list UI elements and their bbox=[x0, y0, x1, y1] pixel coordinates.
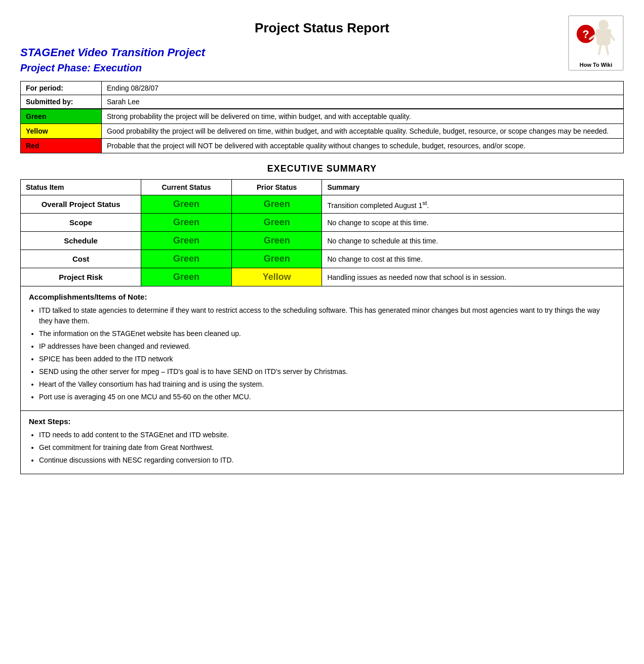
status-item-label: Scope bbox=[21, 214, 141, 232]
legend-green-row: Green Strong probability the project wil… bbox=[21, 109, 624, 124]
period-value: Ending 08/28/07 bbox=[102, 81, 624, 95]
legend-yellow-label: Yellow bbox=[21, 124, 102, 139]
summary-cell: No change to schedule at this time. bbox=[322, 232, 624, 250]
status-row: Overall Project StatusGreenGreenTransiti… bbox=[21, 195, 624, 214]
status-item-label: Project Risk bbox=[21, 268, 141, 286]
next-steps-title: Next Steps: bbox=[29, 417, 615, 426]
col-current-status: Current Status bbox=[141, 180, 232, 195]
list-item: Continue discussions with NESC regarding… bbox=[39, 455, 615, 466]
executive-summary-title: EXECUTIVE SUMMARY bbox=[20, 163, 624, 174]
project-phase: Project Phase: Execution bbox=[20, 62, 624, 74]
legend-green-desc: Strong probability the project will be d… bbox=[102, 109, 624, 124]
how-to-figure: ? bbox=[576, 19, 616, 62]
period-row: For period: Ending 08/28/07 bbox=[21, 81, 624, 95]
legend-yellow-desc: Good probability the project will be del… bbox=[102, 124, 624, 139]
accomplishments-list: ITD talked to state agencies to determin… bbox=[39, 305, 615, 402]
col-prior-status: Prior Status bbox=[231, 180, 322, 195]
legend-red-row: Red Probable that the project will NOT b… bbox=[21, 139, 624, 153]
current-status-cell: Green bbox=[141, 214, 232, 232]
svg-text:?: ? bbox=[582, 28, 589, 40]
prior-status-cell: Green bbox=[231, 214, 322, 232]
legend-green-label: Green bbox=[21, 109, 102, 124]
project-title: STAGEnet Video Transition Project bbox=[20, 46, 624, 59]
how-to-label: How To Wiki bbox=[580, 62, 612, 68]
legend-table: Green Strong probability the project wil… bbox=[20, 109, 624, 153]
status-item-label: Cost bbox=[21, 250, 141, 268]
current-status-cell: Green bbox=[141, 250, 232, 268]
svg-line-5 bbox=[599, 44, 601, 54]
summary-cell: No change to scope at this time. bbox=[322, 214, 624, 232]
summary-cell: Handling issues as needed now that schoo… bbox=[322, 268, 624, 286]
legend-red-desc: Probable that the project will NOT be de… bbox=[102, 139, 624, 153]
submitted-row: Submitted by: Sarah Lee bbox=[21, 95, 624, 109]
submitted-value: Sarah Lee bbox=[102, 95, 624, 109]
legend-yellow-row: Yellow Good probability the project will… bbox=[21, 124, 624, 139]
list-item: The information on the STAGEnet website … bbox=[39, 328, 615, 339]
how-to-logo: ? How To Wiki bbox=[568, 15, 624, 71]
svg-point-0 bbox=[598, 20, 609, 30]
list-item: Port use is averaging 45 on one MCU and … bbox=[39, 392, 615, 402]
status-item-label: Overall Project Status bbox=[21, 195, 141, 214]
legend-red-label: Red bbox=[21, 139, 102, 153]
summary-cell: No change to cost at this time. bbox=[322, 250, 624, 268]
prior-status-cell: Green bbox=[231, 250, 322, 268]
next-steps-section: Next Steps: ITD needs to add content to … bbox=[20, 411, 624, 474]
status-row: CostGreenGreenNo change to cost at this … bbox=[21, 250, 624, 268]
list-item: SPICE has been added to the ITD network bbox=[39, 354, 615, 364]
submitted-label: Submitted by: bbox=[21, 95, 102, 109]
current-status-cell: Green bbox=[141, 268, 232, 286]
svg-line-6 bbox=[606, 44, 608, 54]
prior-status-cell: Green bbox=[231, 195, 322, 214]
list-item: Get commitment for training date from Gr… bbox=[39, 442, 615, 453]
status-item-label: Schedule bbox=[21, 232, 141, 250]
prior-status-cell: Green bbox=[231, 232, 322, 250]
accomplishments-section: Accomplishments/Items of Note: ITD talke… bbox=[20, 286, 624, 411]
current-status-cell: Green bbox=[141, 232, 232, 250]
accomplishments-title: Accomplishments/Items of Note: bbox=[29, 293, 615, 301]
svg-line-4 bbox=[610, 34, 614, 40]
status-table: Status Item Current Status Prior Status … bbox=[20, 179, 624, 286]
list-item: ITD needs to add content to the STAGEnet… bbox=[39, 430, 615, 440]
list-item: SEND using the other server for mpeg – I… bbox=[39, 366, 615, 377]
col-status-item: Status Item bbox=[21, 180, 141, 195]
current-status-cell: Green bbox=[141, 195, 232, 214]
status-header-row: Status Item Current Status Prior Status … bbox=[21, 180, 624, 195]
status-row: ScopeGreenGreenNo change to scope at thi… bbox=[21, 214, 624, 232]
status-row: ScheduleGreenGreenNo change to schedule … bbox=[21, 232, 624, 250]
list-item: Heart of the Valley consortium has had t… bbox=[39, 379, 615, 390]
col-summary: Summary bbox=[322, 180, 624, 195]
next-steps-list: ITD needs to add content to the STAGEnet… bbox=[39, 430, 615, 466]
header-area: Project Status Report ? How To Wiki bbox=[20, 15, 624, 36]
list-item: ITD talked to state agencies to determin… bbox=[39, 305, 615, 326]
period-label: For period: bbox=[21, 81, 102, 95]
page-title: Project Status Report bbox=[20, 15, 624, 36]
list-item: IP addresses have been changed and revie… bbox=[39, 341, 615, 352]
prior-status-cell: Yellow bbox=[231, 268, 322, 286]
info-table: For period: Ending 08/28/07 Submitted by… bbox=[20, 81, 624, 109]
status-row: Project RiskGreenYellowHandling issues a… bbox=[21, 268, 624, 286]
summary-cell: Transition completed August 1st. bbox=[322, 195, 624, 214]
